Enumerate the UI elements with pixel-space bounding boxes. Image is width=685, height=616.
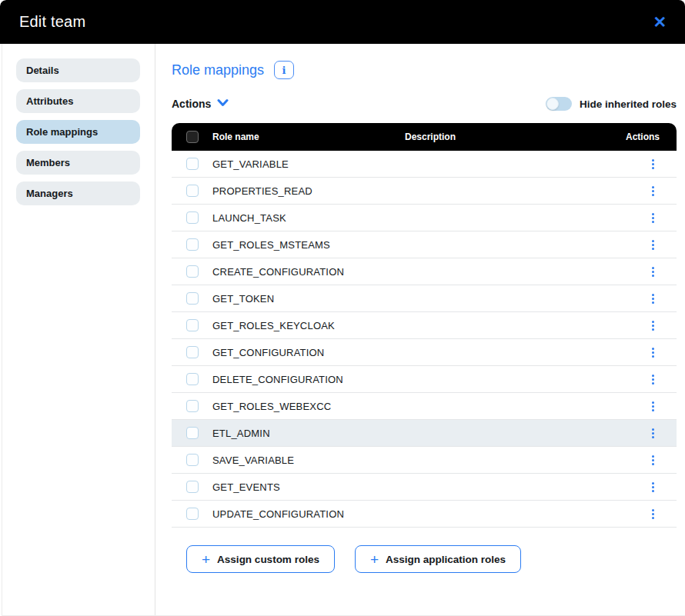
row-checkbox[interactable] (186, 508, 199, 520)
table-row[interactable]: GET_ROLES_KEYCLOAK (172, 312, 677, 339)
kebab-menu-icon[interactable] (650, 507, 657, 521)
row-checkbox[interactable] (186, 158, 199, 170)
kebab-menu-icon[interactable] (650, 453, 657, 468)
sidebar-item-attributes[interactable]: Attributes (16, 89, 140, 113)
plus-icon: + (202, 552, 210, 567)
table-row[interactable]: GET_ROLES_MSTEAMS (172, 231, 677, 258)
assign-custom-roles-button[interactable]: + Assign custom roles (186, 545, 335, 573)
dialog-title: Edit team (19, 13, 85, 31)
sidebar-item-details[interactable]: Details (16, 58, 140, 82)
role-name: GET_EVENTS (212, 481, 280, 493)
table-row[interactable]: PROPERTIES_READ (172, 178, 677, 205)
sidebar: Details Attributes Role mappings Members… (2, 44, 155, 615)
toggle-knob (546, 98, 559, 110)
row-checkbox[interactable] (186, 427, 199, 439)
kebab-menu-icon[interactable] (650, 157, 657, 171)
heading-row: Role mappings i (172, 61, 677, 79)
main-content: Role mappings i Actions Hide inherited r… (155, 44, 685, 615)
role-name: SAVE_VARIABLE (212, 455, 294, 466)
role-name: GET_ROLES_WEBEXCC (212, 401, 331, 412)
table-header: Role name Description Actions (172, 123, 677, 151)
kebab-menu-icon[interactable] (650, 318, 657, 333)
table-row[interactable]: DELETE_CONFIGURATION (172, 366, 677, 393)
hide-inherited-roles-control: Hide inherited roles (546, 97, 677, 111)
role-name: GET_ROLES_MSTEAMS (212, 239, 330, 251)
row-checkbox[interactable] (186, 481, 199, 493)
hide-inherited-roles-toggle[interactable] (546, 97, 572, 111)
row-checkbox[interactable] (186, 373, 199, 385)
role-name: GET_CONFIGURATION (212, 347, 324, 358)
kebab-menu-icon[interactable] (650, 291, 657, 306)
column-header-role-name: Role name (212, 132, 259, 142)
role-name: CREATE_CONFIGURATION (212, 266, 344, 278)
row-checkbox[interactable] (186, 292, 199, 305)
column-header-actions: Actions (626, 132, 660, 142)
sidebar-item-label: Managers (26, 188, 73, 199)
row-checkbox[interactable] (186, 454, 199, 466)
assign-application-roles-label: Assign application roles (386, 554, 506, 565)
dialog-body: Details Attributes Role mappings Members… (2, 44, 685, 616)
row-checkbox[interactable] (186, 319, 199, 331)
table-row[interactable]: GET_VARIABLE (172, 151, 677, 178)
sidebar-item-managers[interactable]: Managers (16, 181, 140, 205)
table-row[interactable]: ETL_ADMIN (172, 420, 677, 447)
actions-row: Actions Hide inherited roles (172, 97, 677, 111)
table-body: GET_VARIABLE PROPERTIES_READ LAUNCH_TASK… (172, 151, 677, 528)
kebab-menu-icon[interactable] (650, 238, 657, 252)
table-row[interactable]: SAVE_VARIABLE (172, 447, 677, 474)
role-name: ETL_ADMIN (212, 428, 270, 439)
select-all-checkbox[interactable] (186, 131, 199, 143)
actions-dropdown[interactable]: Actions (172, 97, 229, 111)
kebab-menu-icon[interactable] (650, 399, 657, 414)
info-icon[interactable]: i (274, 61, 294, 79)
kebab-menu-icon[interactable] (650, 184, 657, 198)
dialog-header: Edit team ✕ (0, 0, 685, 44)
role-name: LAUNCH_TASK (212, 212, 286, 224)
role-name: GET_TOKEN (212, 293, 274, 305)
kebab-menu-icon[interactable] (650, 345, 657, 360)
role-name: GET_VARIABLE (212, 158, 289, 170)
role-name: UPDATE_CONFIGURATION (212, 508, 344, 520)
table-row[interactable]: GET_ROLES_WEBEXCC (172, 393, 677, 420)
kebab-menu-icon[interactable] (650, 480, 657, 494)
table-row[interactable]: GET_EVENTS (172, 474, 677, 501)
kebab-menu-icon[interactable] (650, 211, 657, 225)
table-row[interactable]: GET_TOKEN (172, 285, 677, 312)
page-title: Role mappings (172, 62, 264, 78)
table-row[interactable]: CREATE_CONFIGURATION (172, 258, 677, 285)
row-checkbox[interactable] (186, 238, 199, 251)
kebab-menu-icon[interactable] (650, 426, 657, 441)
assign-application-roles-button[interactable]: + Assign application roles (355, 545, 521, 573)
toggle-label: Hide inherited roles (580, 98, 677, 110)
table-row[interactable]: GET_CONFIGURATION (172, 339, 677, 366)
row-checkbox[interactable] (186, 346, 199, 358)
role-name: PROPERTIES_READ (212, 185, 312, 197)
role-name: DELETE_CONFIGURATION (212, 374, 343, 385)
role-name: GET_ROLES_KEYCLOAK (212, 320, 335, 331)
sidebar-item-role-mappings[interactable]: Role mappings (16, 120, 140, 144)
kebab-menu-icon[interactable] (650, 372, 657, 387)
actions-dropdown-label: Actions (172, 98, 211, 110)
plus-icon: + (370, 552, 379, 567)
row-checkbox[interactable] (186, 265, 199, 278)
close-icon[interactable]: ✕ (650, 12, 670, 32)
sidebar-item-label: Role mappings (26, 126, 98, 138)
sidebar-item-label: Details (26, 65, 59, 76)
roles-table: Role name Description Actions GET_VARIAB… (172, 123, 677, 528)
kebab-menu-icon[interactable] (650, 265, 657, 279)
row-checkbox[interactable] (186, 211, 199, 224)
assign-custom-roles-label: Assign custom roles (217, 554, 319, 565)
chevron-down-icon (217, 97, 229, 111)
table-row[interactable]: UPDATE_CONFIGURATION (172, 501, 677, 528)
sidebar-item-members[interactable]: Members (16, 151, 140, 175)
sidebar-item-label: Attributes (26, 95, 73, 107)
row-checkbox[interactable] (186, 185, 199, 197)
edit-team-dialog: Edit team ✕ Details Attributes Role mapp… (0, 0, 685, 616)
table-row[interactable]: LAUNCH_TASK (172, 205, 677, 231)
row-checkbox[interactable] (186, 400, 199, 412)
footer-buttons: + Assign custom roles + Assign applicati… (186, 545, 677, 573)
sidebar-item-label: Members (26, 157, 70, 168)
column-header-description: Description (405, 132, 456, 142)
